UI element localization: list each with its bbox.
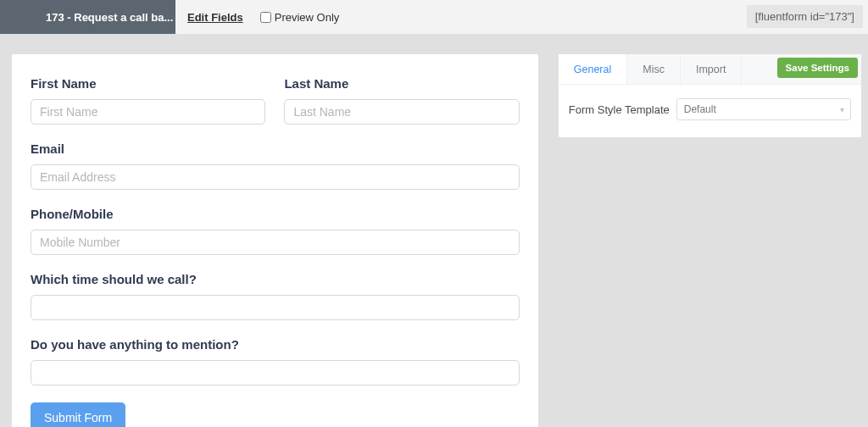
tab-general[interactable]: General	[559, 54, 627, 84]
mention-label: Do you have anything to mention?	[31, 337, 520, 352]
call-time-field: Which time should we call?	[31, 272, 520, 320]
content-area: First Name Last Name Email Phone/Mobile …	[0, 34, 868, 427]
edit-fields-link[interactable]: Edit Fields	[187, 11, 243, 24]
settings-tabs: General Misc Import Save Settings	[559, 54, 861, 85]
style-template-label: Form Style Template	[569, 103, 670, 116]
first-name-label: First Name	[31, 76, 265, 91]
style-template-value: Default	[676, 98, 851, 120]
call-time-label: Which time should we call?	[31, 272, 520, 286]
save-settings-button[interactable]: Save Settings	[777, 58, 858, 78]
style-template-select[interactable]: Default ▾	[676, 98, 851, 120]
email-field: Email	[31, 141, 520, 190]
email-label: Email	[31, 141, 520, 156]
tab-misc[interactable]: Misc	[627, 54, 681, 84]
settings-panel: General Misc Import Save Settings Form S…	[559, 54, 861, 137]
last-name-input[interactable]	[284, 99, 519, 125]
phone-field: Phone/Mobile	[31, 207, 520, 255]
email-input[interactable]	[31, 164, 520, 190]
top-bar: 173 - Request a call ba... Edit Fields P…	[0, 0, 868, 34]
phone-label: Phone/Mobile	[31, 207, 520, 221]
first-name-field: First Name	[31, 76, 265, 125]
shortcode-box[interactable]: [fluentform id="173"]	[747, 5, 863, 28]
last-name-label: Last Name	[284, 76, 519, 91]
settings-body: Form Style Template Default ▾	[559, 85, 861, 137]
mention-input[interactable]	[31, 360, 520, 385]
preview-only-checkbox[interactable]	[260, 12, 271, 23]
mention-field: Do you have anything to mention?	[31, 337, 520, 385]
last-name-field: Last Name	[284, 76, 519, 125]
first-name-input[interactable]	[31, 99, 265, 125]
submit-button[interactable]: Submit Form	[31, 402, 125, 427]
preview-only-toggle[interactable]: Preview Only	[260, 11, 340, 24]
form-preview-panel: First Name Last Name Email Phone/Mobile …	[12, 54, 538, 427]
form-title: 173 - Request a call ba...	[0, 0, 175, 34]
phone-input[interactable]	[31, 230, 520, 255]
call-time-input[interactable]	[31, 295, 520, 320]
preview-only-label: Preview Only	[275, 11, 340, 24]
tab-import[interactable]: Import	[681, 54, 742, 84]
